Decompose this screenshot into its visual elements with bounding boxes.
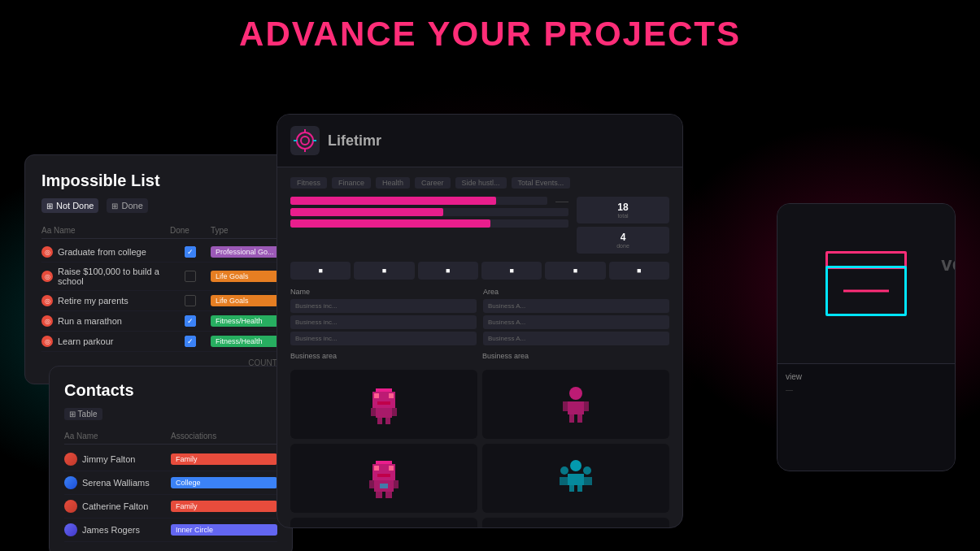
brand-logo <box>290 126 320 155</box>
impossible-list-card: Impossible List ⊞ Not Done ⊞ Done Aa Nam… <box>24 154 301 384</box>
stat-s4: ■ <box>481 262 542 280</box>
contact-text-4: James Rogers <box>82 525 140 535</box>
checkbox-3[interactable] <box>185 295 196 306</box>
stat-box-2: 4 done <box>577 227 669 254</box>
svg-rect-7 <box>376 388 392 392</box>
svg-rect-26 <box>389 466 394 471</box>
svg-rect-30 <box>394 480 399 488</box>
main-card-title: Lifetimr <box>328 132 381 150</box>
bar-chart: —— <box>290 197 568 228</box>
svg-rect-18 <box>568 401 584 414</box>
impossible-list-tabs: ⊞ Not Done ⊞ Done <box>41 198 284 213</box>
svg-rect-10 <box>389 393 394 398</box>
contact-text-1: Jimmy Falton <box>82 454 135 464</box>
stat-s1: ■ <box>290 262 351 280</box>
svg-rect-38 <box>560 477 568 485</box>
archive-line <box>843 289 889 292</box>
row-name-5: ◎ Learn parkour <box>41 336 170 347</box>
grid-icon-2: ⊞ <box>111 202 118 210</box>
tab-done-label: Done <box>121 201 142 210</box>
stat-lbl-2: done <box>580 243 666 249</box>
row-icon-3: ◎ <box>41 295 53 306</box>
contact-name-3: Catherine Falton <box>64 500 171 513</box>
contact-tag-2: College <box>171 477 277 488</box>
tab-done[interactable]: ⊞ Done <box>107 198 147 213</box>
stat-s2: ■ <box>354 262 414 280</box>
table-row: ◎ Learn parkour Fitness/Health <box>41 332 284 352</box>
row-text-5: Learn parkour <box>58 336 114 346</box>
col-name-header: Aa Name <box>41 226 170 235</box>
svg-rect-41 <box>577 485 582 492</box>
stat-s6-n: ■ <box>612 267 666 275</box>
col-done-header: Done <box>170 226 211 235</box>
main-nav-tabs: Fitness Finance Health Career Side hustl… <box>290 177 669 189</box>
nav-tab-fitness[interactable]: Fitness <box>290 177 327 189</box>
svg-rect-22 <box>577 414 582 423</box>
tag-1: Professional Go... <box>211 246 284 258</box>
checkbox-1[interactable] <box>185 246 196 258</box>
nav-tab-side[interactable]: Side hustl... <box>455 177 507 189</box>
svg-rect-32 <box>385 492 392 498</box>
main-card-header: Lifetimr <box>277 115 682 167</box>
row-text-2: Raise $100,000 to build a school <box>58 267 170 286</box>
table-label: ⊞ Table <box>64 408 102 420</box>
right-card-bottom: view — <box>777 364 955 471</box>
area-section-label: Area <box>483 288 669 296</box>
nav-tab-health[interactable]: Health <box>376 177 410 189</box>
nav-tab-finance[interactable]: Finance <box>332 177 371 189</box>
table-row: ◎ Graduate from college Professional Go.… <box>41 242 284 262</box>
svg-rect-31 <box>376 492 382 498</box>
svg-rect-29 <box>369 480 374 488</box>
pixel-robot-2 <box>359 454 408 503</box>
table-row: ◎ Raise $100,000 to build a school Life … <box>41 262 284 291</box>
col-type-header: Type <box>211 226 284 235</box>
nav-tab-events[interactable]: Total Events... <box>512 177 571 189</box>
main-center-card: Lifetimr Fitness Finance Health Career S… <box>277 114 683 528</box>
nav-tab-career[interactable]: Career <box>415 177 451 189</box>
main-card-body: Fitness Finance Health Career Side hustl… <box>277 167 682 528</box>
mini-item-3: Business inc... <box>290 332 477 345</box>
area-item-2: Business A... <box>483 315 669 329</box>
stat-num-1: 18 <box>580 202 666 213</box>
svg-rect-23 <box>376 461 392 464</box>
archive-box <box>825 251 907 316</box>
contact-row: Catherine Falton Family <box>64 495 277 518</box>
svg-rect-39 <box>584 477 592 485</box>
pixel-person-1 <box>551 380 600 429</box>
gallery-label-1: Business area <box>290 352 477 360</box>
stat-s5-n: ■ <box>548 267 602 275</box>
svg-rect-15 <box>377 418 382 424</box>
contact-tag-1: Family <box>171 453 277 465</box>
contact-row: James Rogers Inner Circle <box>64 518 277 542</box>
gallery-cell-6 <box>482 518 669 528</box>
checkbox-4[interactable] <box>185 315 196 327</box>
contact-col-assoc: Associations <box>171 432 277 440</box>
tag-2: Life Goals <box>211 271 284 282</box>
checkbox-5[interactable] <box>185 336 196 347</box>
avatar-3 <box>64 500 77 513</box>
tab-not-done[interactable]: ⊞ Not Done <box>41 198 98 213</box>
contacts-card: Contacts ⊞ Table Aa Name Associations Ji… <box>49 366 293 551</box>
right-card-edge-text: ve <box>941 253 956 276</box>
checkbox-2[interactable] <box>185 271 196 282</box>
contacts-header: Aa Name Associations <box>64 428 277 445</box>
row-name-1: ◎ Graduate from college <box>41 246 170 258</box>
contact-text-2: Serena Walliams <box>82 478 150 488</box>
bar-row-2 <box>290 208 568 216</box>
right-card-sublabel: — <box>786 386 947 394</box>
pixel-head <box>551 528 600 529</box>
row-icon-1: ◎ <box>41 246 53 258</box>
svg-point-17 <box>569 387 582 400</box>
stat-s5: ■ <box>545 262 605 280</box>
svg-point-34 <box>570 460 581 471</box>
svg-rect-19 <box>563 401 568 411</box>
stat-box-1: 18 total <box>577 197 669 223</box>
stat-s4-n: ■ <box>485 267 538 275</box>
contacts-title: Contacts <box>64 381 277 400</box>
gallery-cell-4 <box>482 444 669 513</box>
pixel-robot-heart <box>359 528 408 529</box>
table-row: ◎ Retire my parents Life Goals <box>41 291 284 311</box>
svg-rect-11 <box>377 401 390 405</box>
table-row: ◎ Run a marathon Fitness/Health <box>41 311 284 332</box>
contact-tag-3: Family <box>171 501 277 512</box>
